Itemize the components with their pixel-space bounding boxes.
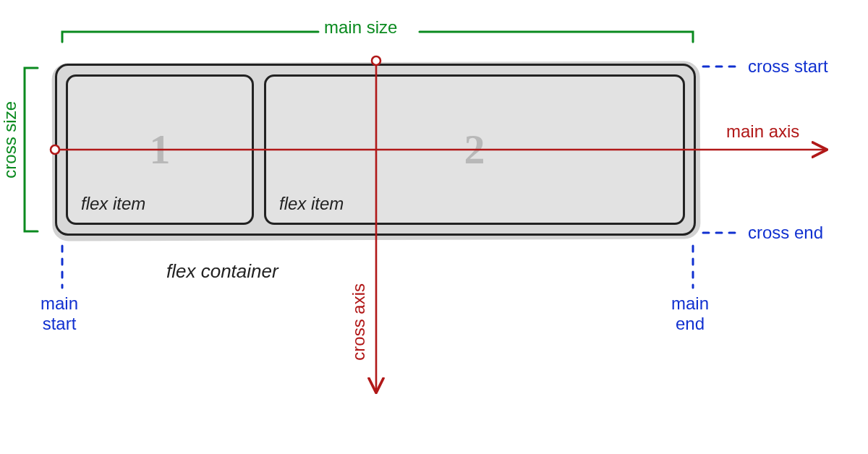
cross-axis-label: cross axis xyxy=(349,283,369,361)
main-start-label: main start xyxy=(41,294,78,333)
cross-size-bracket-icon xyxy=(25,68,38,231)
cross-start-label: cross start xyxy=(748,56,828,77)
flex-item-label: flex item xyxy=(81,194,145,214)
flex-item-number: 1 xyxy=(150,129,171,171)
flex-container-label: flex container xyxy=(166,260,278,283)
flex-item-1: 1 flex item xyxy=(66,74,254,225)
diagram-stage: 1 flex item 2 flex item flex container xyxy=(0,0,868,454)
cross-end-label: cross end xyxy=(748,223,823,243)
flex-item-label: flex item xyxy=(279,194,344,214)
cross-size-label: cross size xyxy=(0,101,20,179)
main-end-label: main end xyxy=(671,294,709,333)
main-size-label: main size xyxy=(324,17,397,38)
main-axis-label: main axis xyxy=(726,121,799,142)
flex-container: 1 flex item 2 flex item xyxy=(55,64,696,236)
flex-item-number: 2 xyxy=(464,129,485,171)
flex-item-2: 2 flex item xyxy=(264,74,685,225)
